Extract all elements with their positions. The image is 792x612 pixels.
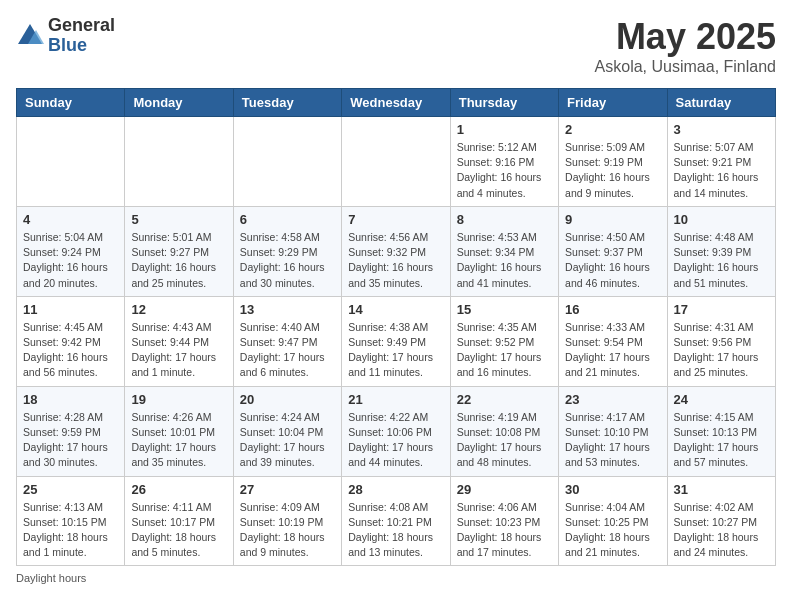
calendar-cell: 9Sunrise: 4:50 AM Sunset: 9:37 PM Daylig… — [559, 206, 667, 296]
day-info: Sunrise: 4:08 AM Sunset: 10:21 PM Daylig… — [348, 500, 443, 561]
calendar-cell: 12Sunrise: 4:43 AM Sunset: 9:44 PM Dayli… — [125, 296, 233, 386]
calendar-cell: 14Sunrise: 4:38 AM Sunset: 9:49 PM Dayli… — [342, 296, 450, 386]
calendar-cell: 15Sunrise: 4:35 AM Sunset: 9:52 PM Dayli… — [450, 296, 558, 386]
day-of-week-header: Monday — [125, 89, 233, 117]
day-number: 21 — [348, 392, 443, 407]
calendar-table: SundayMondayTuesdayWednesdayThursdayFrid… — [16, 88, 776, 566]
calendar-week-row: 1Sunrise: 5:12 AM Sunset: 9:16 PM Daylig… — [17, 117, 776, 207]
calendar-cell: 7Sunrise: 4:56 AM Sunset: 9:32 PM Daylig… — [342, 206, 450, 296]
day-info: Sunrise: 4:48 AM Sunset: 9:39 PM Dayligh… — [674, 230, 769, 291]
calendar-cell: 25Sunrise: 4:13 AM Sunset: 10:15 PM Dayl… — [17, 476, 125, 566]
logo-icon — [16, 22, 44, 50]
day-of-week-header: Friday — [559, 89, 667, 117]
day-info: Sunrise: 4:53 AM Sunset: 9:34 PM Dayligh… — [457, 230, 552, 291]
day-info: Sunrise: 4:24 AM Sunset: 10:04 PM Daylig… — [240, 410, 335, 471]
day-of-week-header: Wednesday — [342, 89, 450, 117]
calendar-cell: 23Sunrise: 4:17 AM Sunset: 10:10 PM Dayl… — [559, 386, 667, 476]
day-number: 18 — [23, 392, 118, 407]
calendar-week-row: 11Sunrise: 4:45 AM Sunset: 9:42 PM Dayli… — [17, 296, 776, 386]
calendar-cell: 11Sunrise: 4:45 AM Sunset: 9:42 PM Dayli… — [17, 296, 125, 386]
day-number: 27 — [240, 482, 335, 497]
day-number: 6 — [240, 212, 335, 227]
day-number: 15 — [457, 302, 552, 317]
calendar-week-row: 18Sunrise: 4:28 AM Sunset: 9:59 PM Dayli… — [17, 386, 776, 476]
day-info: Sunrise: 4:06 AM Sunset: 10:23 PM Daylig… — [457, 500, 552, 561]
calendar-cell: 2Sunrise: 5:09 AM Sunset: 9:19 PM Daylig… — [559, 117, 667, 207]
title-block: May 2025 Askola, Uusimaa, Finland — [595, 16, 776, 76]
day-number: 26 — [131, 482, 226, 497]
day-number: 20 — [240, 392, 335, 407]
day-info: Sunrise: 4:02 AM Sunset: 10:27 PM Daylig… — [674, 500, 769, 561]
day-number: 4 — [23, 212, 118, 227]
calendar-cell: 27Sunrise: 4:09 AM Sunset: 10:19 PM Dayl… — [233, 476, 341, 566]
day-number: 8 — [457, 212, 552, 227]
calendar-cell: 8Sunrise: 4:53 AM Sunset: 9:34 PM Daylig… — [450, 206, 558, 296]
day-info: Sunrise: 5:07 AM Sunset: 9:21 PM Dayligh… — [674, 140, 769, 201]
day-number: 10 — [674, 212, 769, 227]
calendar-header-row: SundayMondayTuesdayWednesdayThursdayFrid… — [17, 89, 776, 117]
calendar-cell: 13Sunrise: 4:40 AM Sunset: 9:47 PM Dayli… — [233, 296, 341, 386]
day-info: Sunrise: 5:12 AM Sunset: 9:16 PM Dayligh… — [457, 140, 552, 201]
calendar-cell: 29Sunrise: 4:06 AM Sunset: 10:23 PM Dayl… — [450, 476, 558, 566]
day-number: 5 — [131, 212, 226, 227]
day-number: 11 — [23, 302, 118, 317]
day-of-week-header: Thursday — [450, 89, 558, 117]
calendar-cell: 26Sunrise: 4:11 AM Sunset: 10:17 PM Dayl… — [125, 476, 233, 566]
page-header: General Blue May 2025 Askola, Uusimaa, F… — [16, 16, 776, 76]
day-info: Sunrise: 4:56 AM Sunset: 9:32 PM Dayligh… — [348, 230, 443, 291]
calendar-cell: 10Sunrise: 4:48 AM Sunset: 9:39 PM Dayli… — [667, 206, 775, 296]
day-number: 28 — [348, 482, 443, 497]
day-info: Sunrise: 5:04 AM Sunset: 9:24 PM Dayligh… — [23, 230, 118, 291]
calendar-cell: 5Sunrise: 5:01 AM Sunset: 9:27 PM Daylig… — [125, 206, 233, 296]
day-info: Sunrise: 4:58 AM Sunset: 9:29 PM Dayligh… — [240, 230, 335, 291]
day-info: Sunrise: 4:35 AM Sunset: 9:52 PM Dayligh… — [457, 320, 552, 381]
day-number: 24 — [674, 392, 769, 407]
day-info: Sunrise: 4:50 AM Sunset: 9:37 PM Dayligh… — [565, 230, 660, 291]
day-info: Sunrise: 4:17 AM Sunset: 10:10 PM Daylig… — [565, 410, 660, 471]
calendar-week-row: 4Sunrise: 5:04 AM Sunset: 9:24 PM Daylig… — [17, 206, 776, 296]
calendar-cell — [17, 117, 125, 207]
month-year-title: May 2025 — [595, 16, 776, 58]
day-number: 9 — [565, 212, 660, 227]
day-of-week-header: Saturday — [667, 89, 775, 117]
calendar-cell: 6Sunrise: 4:58 AM Sunset: 9:29 PM Daylig… — [233, 206, 341, 296]
calendar-cell: 18Sunrise: 4:28 AM Sunset: 9:59 PM Dayli… — [17, 386, 125, 476]
logo-blue-text: Blue — [48, 36, 115, 56]
day-info: Sunrise: 4:43 AM Sunset: 9:44 PM Dayligh… — [131, 320, 226, 381]
day-number: 13 — [240, 302, 335, 317]
day-info: Sunrise: 4:45 AM Sunset: 9:42 PM Dayligh… — [23, 320, 118, 381]
calendar-cell: 3Sunrise: 5:07 AM Sunset: 9:21 PM Daylig… — [667, 117, 775, 207]
calendar-cell — [233, 117, 341, 207]
day-info: Sunrise: 5:01 AM Sunset: 9:27 PM Dayligh… — [131, 230, 226, 291]
day-number: 7 — [348, 212, 443, 227]
day-number: 30 — [565, 482, 660, 497]
day-number: 25 — [23, 482, 118, 497]
day-of-week-header: Tuesday — [233, 89, 341, 117]
calendar-cell: 1Sunrise: 5:12 AM Sunset: 9:16 PM Daylig… — [450, 117, 558, 207]
calendar-cell: 22Sunrise: 4:19 AM Sunset: 10:08 PM Dayl… — [450, 386, 558, 476]
day-info: Sunrise: 4:15 AM Sunset: 10:13 PM Daylig… — [674, 410, 769, 471]
day-info: Sunrise: 4:19 AM Sunset: 10:08 PM Daylig… — [457, 410, 552, 471]
calendar-cell: 28Sunrise: 4:08 AM Sunset: 10:21 PM Dayl… — [342, 476, 450, 566]
day-info: Sunrise: 4:40 AM Sunset: 9:47 PM Dayligh… — [240, 320, 335, 381]
calendar-cell: 19Sunrise: 4:26 AM Sunset: 10:01 PM Dayl… — [125, 386, 233, 476]
day-number: 1 — [457, 122, 552, 137]
day-number: 19 — [131, 392, 226, 407]
daylight-label: Daylight hours — [16, 572, 86, 584]
day-info: Sunrise: 4:33 AM Sunset: 9:54 PM Dayligh… — [565, 320, 660, 381]
day-info: Sunrise: 4:13 AM Sunset: 10:15 PM Daylig… — [23, 500, 118, 561]
day-info: Sunrise: 5:09 AM Sunset: 9:19 PM Dayligh… — [565, 140, 660, 201]
calendar-cell: 30Sunrise: 4:04 AM Sunset: 10:25 PM Dayl… — [559, 476, 667, 566]
calendar-cell — [342, 117, 450, 207]
logo: General Blue — [16, 16, 115, 56]
day-number: 2 — [565, 122, 660, 137]
day-number: 14 — [348, 302, 443, 317]
day-info: Sunrise: 4:04 AM Sunset: 10:25 PM Daylig… — [565, 500, 660, 561]
calendar-cell: 4Sunrise: 5:04 AM Sunset: 9:24 PM Daylig… — [17, 206, 125, 296]
calendar-cell: 16Sunrise: 4:33 AM Sunset: 9:54 PM Dayli… — [559, 296, 667, 386]
day-number: 29 — [457, 482, 552, 497]
day-number: 22 — [457, 392, 552, 407]
calendar-cell: 21Sunrise: 4:22 AM Sunset: 10:06 PM Dayl… — [342, 386, 450, 476]
logo-text: General Blue — [48, 16, 115, 56]
day-number: 12 — [131, 302, 226, 317]
